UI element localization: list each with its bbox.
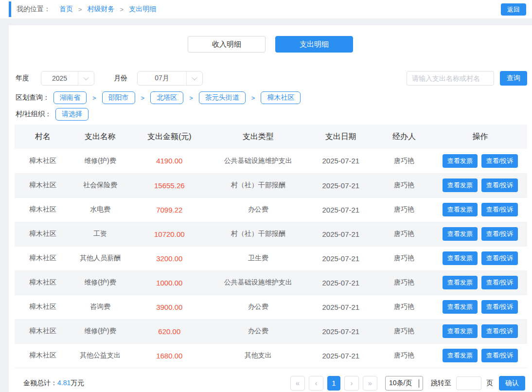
cell-expense-name: 其他人员薪酬 <box>71 246 129 270</box>
cell-actions: 查看发票查看/投诉 <box>433 222 527 246</box>
cell-expense-name: 其他公益支出 <box>71 343 129 368</box>
region-separator: > <box>251 94 255 102</box>
breadcrumb-link[interactable]: 村级财务 <box>88 5 115 14</box>
org-select-button[interactable]: 请选择 <box>55 108 89 121</box>
view-complaint-button[interactable]: 查看/投诉 <box>481 300 518 314</box>
year-label: 年度 <box>16 74 29 83</box>
card-footer: 金额总计：4.81万元 « ‹ 1 › » 10条/页 跳转至 页 确认 <box>15 376 525 391</box>
breadcrumb-separator: > <box>120 6 124 13</box>
table-row: 樟木社区维修(护)费4190.00公共基础设施维护支出2025-07-21唐巧艳… <box>15 149 527 173</box>
view-invoice-button[interactable]: 查看发票 <box>443 349 478 362</box>
breadcrumb-link[interactable]: 支出明细 <box>129 5 156 14</box>
search-button[interactable]: 查询 <box>500 71 527 86</box>
confirm-jump-button[interactable]: 确认 <box>499 376 525 391</box>
cell-actions: 查看发票查看/投诉 <box>433 149 527 173</box>
month-select[interactable]: 07月 <box>137 71 203 86</box>
back-button[interactable]: 返回 <box>501 3 526 16</box>
view-invoice-button[interactable]: 查看发票 <box>443 227 478 241</box>
cell-amount: 3900.00 <box>129 295 209 319</box>
cell-village: 樟木社区 <box>15 197 71 222</box>
col-header-operator: 经办人 <box>375 125 433 149</box>
view-complaint-button[interactable]: 查看/投诉 <box>481 276 518 289</box>
view-invoice-button[interactable]: 查看发票 <box>443 324 478 338</box>
jump-page-input[interactable] <box>456 376 481 390</box>
filter-row-region: 区划查询： 湖南省>邵阳市>北塔区>茶元头街道>樟木社区 <box>16 91 527 104</box>
view-invoice-button[interactable]: 查看发票 <box>443 203 478 216</box>
total-unit: 万元 <box>71 379 84 387</box>
region-button[interactable]: 樟木社区 <box>261 91 301 104</box>
expense-table-wrap: 村名 支出名称 支出金额(元) 支出类型 支出日期 经办人 操作 樟木社区维修(… <box>15 125 527 368</box>
view-invoice-button[interactable]: 查看发票 <box>443 154 478 168</box>
cell-expense-name: 维修(护)费 <box>71 149 129 173</box>
breadcrumb: 我的位置： 首页>村级财务>支出明细 <box>17 5 156 14</box>
cell-expense-name: 维修(护)费 <box>71 319 129 343</box>
table-row: 樟木社区维修(护)费620.00办公费2025-07-21唐巧艳查看发票查看/投… <box>15 319 527 343</box>
pagination-page-1[interactable]: 1 <box>327 376 340 391</box>
cell-expense-name: 社会保险费 <box>71 173 129 197</box>
cell-date: 2025-07-21 <box>307 173 375 197</box>
region-button[interactable]: 湖南省 <box>53 91 87 104</box>
view-complaint-button[interactable]: 查看/投诉 <box>481 178 518 192</box>
cell-date: 2025-07-21 <box>307 343 375 368</box>
region-button[interactable]: 茶元头街道 <box>199 91 246 104</box>
cell-amount: 10720.00 <box>129 222 209 246</box>
cell-amount: 1680.00 <box>129 343 209 368</box>
table-row: 樟木社区维修(护)费1000.00公共基础设施维护支出2025-07-21唐巧艳… <box>15 270 527 295</box>
cell-village: 樟木社区 <box>15 222 71 246</box>
filter-row-org: 村/社组织： 请选择 <box>16 108 527 121</box>
chevron-down-icon <box>419 379 419 387</box>
tab-income-detail[interactable]: 收入明细 <box>188 36 266 53</box>
cell-amount: 7099.22 <box>129 197 209 222</box>
year-select[interactable]: 2025 <box>41 71 94 86</box>
view-complaint-button[interactable]: 查看/投诉 <box>481 227 518 241</box>
cell-operator: 唐巧艳 <box>375 246 433 270</box>
col-header-expense-name: 支出名称 <box>71 125 129 149</box>
view-complaint-button[interactable]: 查看/投诉 <box>481 251 518 265</box>
col-header-actions: 操作 <box>433 125 527 149</box>
pagination-next-button[interactable]: › <box>344 376 359 391</box>
table-row: 樟木社区水电费7099.22办公费2025-07-21唐巧艳查看发票查看/投诉 <box>15 197 527 222</box>
region-button[interactable]: 邵阳市 <box>102 91 135 104</box>
table-row: 樟木社区社会保险费15655.26村（社）干部报酬2025-07-21唐巧艳查看… <box>15 173 527 197</box>
cell-date: 2025-07-21 <box>307 197 375 222</box>
cell-village: 樟木社区 <box>15 149 71 173</box>
cell-type: 公共基础设施维护支出 <box>210 149 307 173</box>
view-invoice-button[interactable]: 查看发票 <box>443 300 478 314</box>
breadcrumb-link[interactable]: 首页 <box>59 5 73 14</box>
table-row: 樟木社区其他人员薪酬3200.00卫生费2025-07-21唐巧艳查看发票查看/… <box>15 246 527 270</box>
total-value: 4.81 <box>57 379 71 387</box>
cell-type: 公共基础设施维护支出 <box>210 270 307 295</box>
view-invoice-button[interactable]: 查看发票 <box>443 251 478 265</box>
page-size-select[interactable]: 10条/页 <box>385 376 423 391</box>
chevron-down-icon <box>187 71 202 85</box>
cell-village: 樟木社区 <box>15 343 71 368</box>
cell-village: 樟木社区 <box>15 295 71 319</box>
pagination-last-button[interactable]: » <box>363 376 377 391</box>
col-header-amount: 支出金额(元) <box>129 125 209 149</box>
view-complaint-button[interactable]: 查看/投诉 <box>481 203 518 216</box>
pagination-first-button[interactable]: « <box>290 376 305 391</box>
tab-expense-detail[interactable]: 支出明细 <box>275 36 353 53</box>
content-card: 收入明细 支出明细 年度 2025 月份 07月 查询 区划查询： 湖南省>邵阳… <box>9 25 532 392</box>
cell-operator: 唐巧艳 <box>375 343 433 368</box>
month-select-value: 07月 <box>138 71 186 85</box>
cell-type: 村（社）干部报酬 <box>210 222 307 246</box>
cell-date: 2025-07-21 <box>307 270 375 295</box>
search-input[interactable] <box>407 71 494 86</box>
pagination-prev-button[interactable]: ‹ <box>309 376 323 391</box>
cell-date: 2025-07-21 <box>307 222 375 246</box>
view-complaint-button[interactable]: 查看/投诉 <box>481 154 518 168</box>
view-invoice-button[interactable]: 查看发票 <box>443 178 478 192</box>
tab-switcher: 收入明细 支出明细 <box>9 25 532 53</box>
filter-row-year-month: 年度 2025 月份 07月 查询 <box>16 71 527 86</box>
cell-type: 卫生费 <box>210 246 307 270</box>
breadcrumb-separator: > <box>78 6 82 13</box>
region-button[interactable]: 北塔区 <box>150 91 183 104</box>
total-label: 金额总计： <box>23 379 57 387</box>
cell-amount: 3200.00 <box>129 246 209 270</box>
view-invoice-button[interactable]: 查看发票 <box>443 276 478 289</box>
view-complaint-button[interactable]: 查看/投诉 <box>481 349 518 362</box>
table-body: 樟木社区维修(护)费4190.00公共基础设施维护支出2025-07-21唐巧艳… <box>15 149 527 368</box>
cell-actions: 查看发票查看/投诉 <box>433 343 527 368</box>
view-complaint-button[interactable]: 查看/投诉 <box>481 324 518 338</box>
